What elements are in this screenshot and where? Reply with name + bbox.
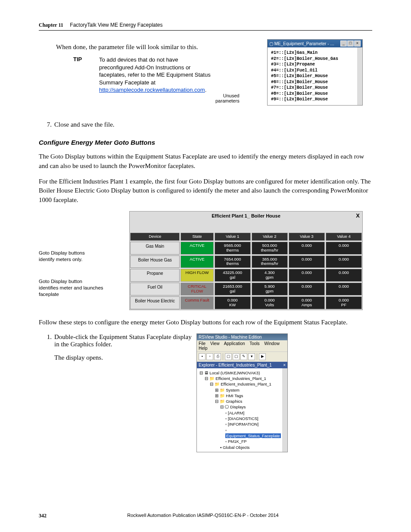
col-header: Value 2 [252,233,288,241]
faceplate-callouts: Goto Display buttons identify meters onl… [39,211,129,310]
value-cell: 4.300 gpm [252,269,288,282]
toolbar-button[interactable]: ▪ [199,353,206,360]
unused-line2: parameters [215,98,240,103]
tree-node[interactable]: ⊟ 📁 Efficient_Industries_Plant_1 [205,376,280,381]
unused-params-label: Unused parameters [215,93,240,103]
menu-item[interactable]: Help [199,346,208,351]
callout-line: Goto Display buttons [39,250,129,256]
goto-display-button[interactable]: Propane [130,269,180,282]
param-line: #7=::[L2x]Boiler_House [271,85,354,91]
menu-item[interactable]: Window [264,341,280,346]
maximize-icon[interactable]: □ [347,40,354,47]
faceplate-row: Fuel OilCRITICAL FLOW21653.000 gal5.900 … [130,282,362,296]
minimize-icon[interactable]: _ [340,40,347,47]
rsview-titlebar: RSView Studio - Machine Edition [197,334,287,340]
parameter-list: #1=::[L2x]Gas_Main #2=::[L2x]Boiler_Hous… [268,47,362,105]
tree-node[interactable]: ⊟ 🖵 Displays [220,404,280,410]
state-cell: ACTIVE [181,242,213,255]
tree-leaf[interactable]: ▫ PM1K_FP [225,439,280,444]
tree-node[interactable]: ⊟ 📁 Graphics [215,398,280,404]
section-heading: Configure Energy Meter Goto Buttons [39,139,372,146]
explorer-title-text: Explorer - Efficient_Industries_Plant_1 [199,363,272,367]
close-icon[interactable]: × [283,363,286,367]
value-cell: 7654.000 therms [215,255,251,268]
state-cell: CRITICAL FLOW [181,283,213,296]
chapter-title: FactoryTalk View ME Energy Faceplates [70,22,162,28]
col-header: State [181,233,213,241]
toolbar-button[interactable]: ▢ [233,353,240,360]
tree-leaf-selected[interactable]: ▫ Equipment_Status_Faceplate [225,427,280,439]
close-icon[interactable]: X [356,212,360,219]
tip-tail: . [205,87,207,93]
param-line: #4=::[L2x]Fuel_Oil [271,68,354,74]
faceplate-row: PropaneHIGH FLOW43225.000 gal4.300 gpm0.… [130,268,362,282]
step-subtext: The display opens. [54,354,192,361]
rsview-menubar: File View Application Tools Window Help [197,340,287,352]
toolbar-button[interactable]: ▢ [225,353,232,360]
page-header: Chapter 11 FactoryTalk View ME Energy Fa… [39,22,372,31]
col-header: Value 4 [326,233,362,241]
tree-node[interactable]: ⊟ 📁 Efficient_Industries_Plant_1 [210,381,280,387]
parameter-window-titlebar: ▢ ME_Equipment_Parameter - … _ □ × [268,40,362,47]
col-header: Value 1 [215,233,251,241]
step-1: 1. Double-click the Equipment Status Fac… [43,333,372,452]
goto-display-button[interactable]: Boiler House Electric [130,296,180,309]
value-cell: 5.900 gpm [252,283,288,296]
tree-leaf[interactable]: ▫ [INFORMATION] [225,421,280,427]
value-cell: 43225.000 gal [215,269,251,282]
menu-item[interactable]: Tools [249,341,259,346]
col-header: Device [130,233,180,241]
toolbar-button[interactable]: ⎙ [214,353,221,360]
goto-display-button[interactable]: Gas Main [130,242,180,255]
state-cell: Comms Fault [181,296,213,309]
faceplate-row: Gas MainACTIVE9565.000 therms503.000 the… [130,241,362,255]
parameter-window: ▢ ME_Equipment_Parameter - … _ □ × #1=::… [267,39,363,106]
tree-leaf[interactable]: ▫ [ALARM] [225,410,280,416]
param-line: #9=::[L2x]Boiler_House [271,96,354,103]
callout-line: faceplate [39,291,129,298]
paragraph: Follow these steps to configure the ener… [39,318,372,327]
rsview-window: RSView Studio - Machine Edition File Vie… [196,333,288,452]
value-cell: 0.000 Volts [252,296,288,309]
tip-label: TIP [73,56,99,94]
page-number: 342 [39,513,47,519]
value-cell: 0.000 [326,255,362,268]
tree-node[interactable]: ⊞ 📁 HMI Tags [215,393,280,398]
menu-item[interactable]: File [199,341,206,346]
value-cell: 0.000 [289,269,325,282]
value-cell: 503.000 therms/hr [252,242,288,255]
tree-node[interactable]: ⊞ 📁 System [215,387,280,393]
value-cell: 0.000 PF [326,296,362,309]
toolbar-button[interactable]: ✎ [240,353,247,360]
step-7: 7. Close and save the file. [43,121,372,128]
state-cell: ACTIVE [181,255,213,268]
value-cell: 9565.000 therms [215,242,251,255]
tip-text: To add devices that do not have preconfi… [99,56,211,86]
page-footer: 342 Rockwell Automation Publication IASI… [39,513,372,519]
value-cell: 0.000 [289,283,325,296]
tree-node[interactable]: ▪ Global Objects [220,445,280,450]
menu-item[interactable]: Application [224,341,245,346]
explorer-tree: ⊟ 🖥 Local (USMKEJWNOVAK3) ⊟ 📁 Efficient_… [197,368,287,452]
tree-leaf[interactable]: ▫ [DIAGNOSTICS] [225,416,280,421]
tree-node[interactable]: ⊟ 🖥 Local (USMKEJWNOVAK3) [199,370,280,376]
toolbar-button[interactable]: ▫ [206,353,213,360]
unused-line1: Unused [215,93,240,98]
step-text: Close and save the file. [54,121,115,128]
param-line: #2=::[L2x]Boiler_House_Gas [271,56,354,62]
toolbar-button[interactable]: ▾ [248,353,255,360]
goto-display-button[interactable]: Boiler House Gas [130,255,180,268]
chapter-label: Chapter 11 [39,22,63,28]
tip-link[interactable]: http://samplecode.rockwellautomation.com [99,87,205,93]
state-cell: HIGH FLOW [181,269,213,282]
param-line: #3=::[L2x]Propane [271,62,354,68]
menu-item[interactable]: View [210,341,220,346]
callout-line: identify meters only. [39,256,129,263]
goto-display-button[interactable]: Fuel Oil [130,283,180,296]
value-cell: 0.000 [326,269,362,282]
toolbar-button[interactable]: ▶ [259,353,266,360]
value-cell: 385.000 therms/hr [252,255,288,268]
paragraph: For the Efficient Industries Plant 1 exa… [39,177,372,205]
value-cell: 0.000 [289,255,325,268]
close-icon[interactable]: × [354,40,361,47]
